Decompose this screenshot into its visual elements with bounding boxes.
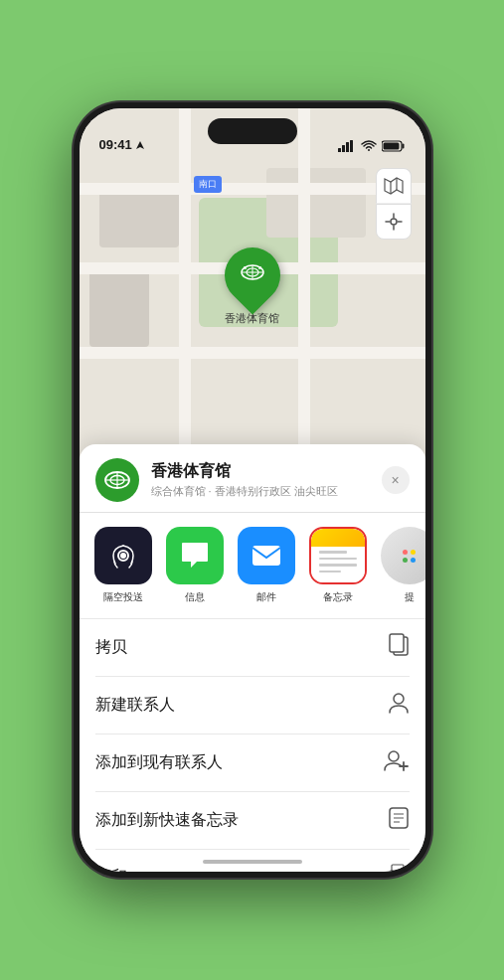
svg-point-29 [389,751,399,761]
person-add-icon [384,748,410,777]
map-label: 南口 [194,176,222,193]
new-contact-label: 新建联系人 [95,695,175,716]
messages-label: 信息 [185,590,205,604]
venue-icon [95,458,139,502]
person-add-svg-icon [384,748,410,772]
svg-rect-4 [350,140,353,152]
phone-screen: 09:41 [80,108,425,872]
battery-icon [382,140,406,152]
signal-icon [338,140,356,152]
location-icon [385,213,403,231]
svg-point-24 [120,553,126,559]
map-controls [376,168,412,240]
map-block-1 [99,188,179,247]
time-label: 09:41 [99,137,132,152]
map-road-h3 [80,347,425,359]
mail-icon [251,543,282,569]
svg-marker-0 [136,141,144,149]
venue-name: 香港体育馆 [151,461,370,482]
airdrop-label: 隔空投送 [103,590,143,604]
status-time: 09:41 [99,137,145,152]
dynamic-island [208,118,297,144]
print-label: 打印 [95,867,127,872]
svg-rect-1 [338,148,341,152]
action-messages[interactable]: 信息 [163,527,227,604]
pin-inner [240,261,265,289]
action-mail[interactable]: 邮件 [235,527,298,604]
map-road-v2 [298,108,310,486]
svg-point-8 [391,219,397,225]
menu-item-add-existing[interactable]: 添加到现有联系人 [95,735,410,792]
home-indicator [203,860,302,864]
notes-icon-wrap [309,527,367,584]
wifi-icon [361,140,377,152]
menu-item-add-notes[interactable]: 添加到新快速备忘录 [95,792,410,850]
map-label-text: 南口 [199,179,217,189]
svg-rect-3 [346,142,349,152]
menu-items: 拷贝 新建联系人 [80,619,425,872]
svg-rect-2 [342,145,345,152]
pin-circle [213,236,291,314]
airdrop-icon [107,540,139,572]
print-icon [386,864,410,872]
close-button[interactable]: × [382,466,410,494]
stadium-pin[interactable]: 香港体育馆 [225,247,280,326]
location-arrow-icon [135,140,145,150]
messages-icon-wrap [166,527,224,584]
mail-label: 邮件 [256,590,276,604]
mail-icon-wrap [238,527,295,584]
sheet-header: 香港体育馆 综合体育馆 · 香港特别行政区 油尖旺区 × [80,444,425,513]
location-button[interactable] [376,204,412,240]
bottom-sheet: 香港体育馆 综合体育馆 · 香港特别行政区 油尖旺区 × [80,444,425,872]
more-icon-wrap [381,527,425,584]
copy-icon [388,633,410,662]
airdrop-icon-wrap [94,527,152,584]
person-icon [388,691,410,720]
menu-item-copy[interactable]: 拷贝 [95,619,410,677]
map-block-2 [89,267,149,347]
messages-icon [179,541,211,571]
map-type-button[interactable] [376,168,412,204]
action-notes[interactable]: 备忘录 [306,527,370,604]
memo-icon [388,806,410,835]
person-svg-icon [388,691,410,715]
status-icons [338,140,406,152]
add-notes-label: 添加到新快速备忘录 [95,810,239,831]
venue-icon-svg [103,468,131,492]
menu-item-new-contact[interactable]: 新建联系人 [95,677,410,735]
map-road-h1 [80,183,425,195]
close-label: × [391,472,399,488]
venue-info: 香港体育馆 综合体育馆 · 香港特别行政区 油尖旺区 [151,461,370,499]
stadium-icon [240,261,265,283]
actions-row: 隔空投送 信息 [80,513,425,619]
svg-rect-27 [390,634,404,652]
map-block-3 [266,168,366,238]
svg-rect-7 [402,144,404,149]
copy-svg-icon [388,633,410,657]
map-road-v1 [179,108,191,486]
map-area[interactable]: 南口 [80,108,425,486]
action-airdrop[interactable]: 隔空投送 [91,527,155,604]
copy-label: 拷贝 [95,637,127,658]
memo-svg-icon [388,806,410,830]
add-existing-label: 添加到现有联系人 [95,752,223,773]
more-label: 提 [405,590,415,604]
notes-label: 备忘录 [323,590,353,604]
phone-frame: 09:41 [74,102,431,878]
action-more[interactable]: 提 [378,527,425,604]
svg-rect-6 [383,143,399,150]
print-svg-icon [386,864,410,872]
map-type-icon [384,177,404,195]
svg-point-28 [394,694,404,704]
svg-rect-25 [252,546,280,566]
venue-subtitle: 综合体育馆 · 香港特别行政区 油尖旺区 [151,484,370,499]
